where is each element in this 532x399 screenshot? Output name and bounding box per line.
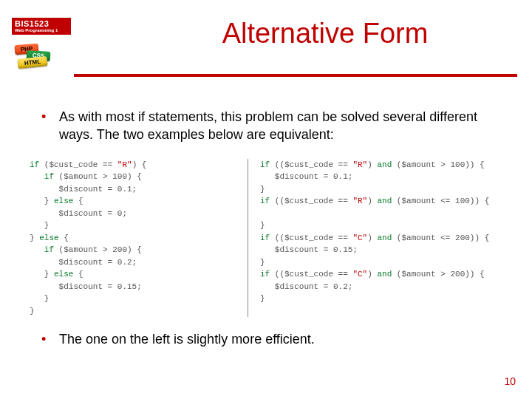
title-divider xyxy=(74,74,517,77)
column-divider xyxy=(248,159,248,318)
bullet-list-2: The one on the left is slightly more eff… xyxy=(30,330,510,348)
slide-content: As with most if statements, this problem… xyxy=(0,96,532,348)
code-left: if ($cust_code == "R") { if ($amount > 1… xyxy=(30,159,248,318)
page-number: 10 xyxy=(504,375,516,387)
lego-logo: PHP CSS HTML xyxy=(10,44,50,64)
course-badge: BIS1523 Web Programming 1 xyxy=(12,18,71,35)
lego-html-icon: HTML xyxy=(17,56,47,69)
bullet-2: The one on the left is slightly more eff… xyxy=(30,330,510,348)
bullet-1: As with most if statements, this problem… xyxy=(30,108,510,144)
bullet-list: As with most if statements, this problem… xyxy=(30,108,510,144)
course-code: BIS1523 xyxy=(12,18,71,28)
code-columns: if ($cust_code == "R") { if ($amount > 1… xyxy=(30,159,510,318)
slide-title: Alternative Form xyxy=(133,18,517,50)
code-right: if (($cust_code == "R") and ($amount > 1… xyxy=(253,159,510,318)
slide-header: BIS1523 Web Programming 1 PHP CSS HTML A… xyxy=(0,0,532,96)
course-name: Web Programming 1 xyxy=(12,28,71,35)
